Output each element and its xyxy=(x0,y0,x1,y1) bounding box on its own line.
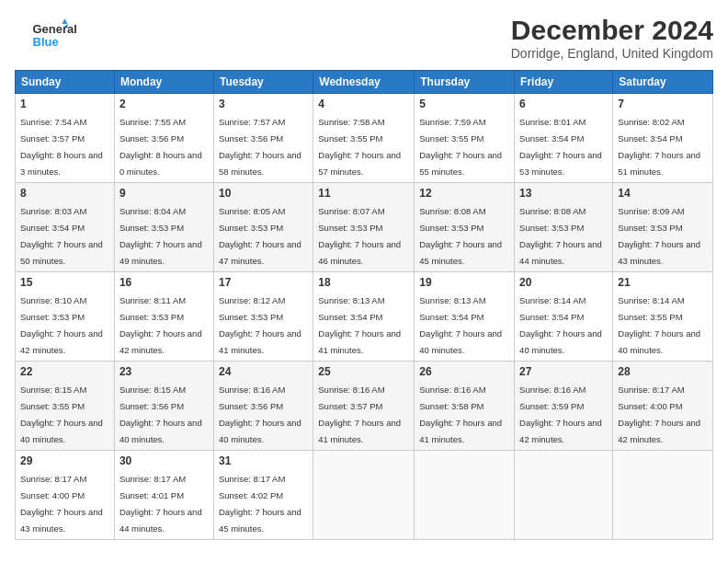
title-block: December 2024 Dorridge, England, United … xyxy=(511,15,713,61)
day-number: 23 xyxy=(119,365,209,378)
day-info: Sunrise: 8:04 AMSunset: 3:53 PMDaylight:… xyxy=(119,206,202,266)
day-info: Sunrise: 8:10 AMSunset: 3:53 PMDaylight:… xyxy=(20,295,103,355)
calendar-week-row: 15 Sunrise: 8:10 AMSunset: 3:53 PMDaylig… xyxy=(16,272,713,362)
day-info: Sunrise: 7:55 AMSunset: 3:56 PMDaylight:… xyxy=(119,117,202,177)
day-number: 8 xyxy=(20,187,109,200)
svg-marker-2 xyxy=(63,18,68,24)
day-info: Sunrise: 8:15 AMSunset: 3:55 PMDaylight:… xyxy=(20,385,103,444)
calendar-cell xyxy=(515,451,613,540)
calendar-cell: 23 Sunrise: 8:15 AMSunset: 3:56 PMDaylig… xyxy=(114,362,213,451)
day-info: Sunrise: 8:16 AMSunset: 3:59 PMDaylight:… xyxy=(519,385,602,444)
day-number: 4 xyxy=(318,98,409,110)
calendar-header-row: Sunday Monday Tuesday Wednesday Thursday… xyxy=(16,71,713,94)
day-info: Sunrise: 7:57 AMSunset: 3:56 PMDaylight:… xyxy=(219,117,301,177)
day-info: Sunrise: 8:01 AMSunset: 3:54 PMDaylight:… xyxy=(519,117,602,177)
calendar-cell: 21 Sunrise: 8:14 AMSunset: 3:55 PMDaylig… xyxy=(613,272,713,362)
col-thursday: Thursday xyxy=(415,71,515,94)
calendar-week-row: 8 Sunrise: 8:03 AMSunset: 3:54 PMDayligh… xyxy=(16,183,713,272)
day-info: Sunrise: 8:11 AMSunset: 3:53 PMDaylight:… xyxy=(119,295,202,355)
calendar-cell: 17 Sunrise: 8:12 AMSunset: 3:53 PMDaylig… xyxy=(213,272,313,362)
day-number: 30 xyxy=(119,454,209,467)
day-info: Sunrise: 7:58 AMSunset: 3:55 PMDaylight:… xyxy=(318,117,401,177)
day-number: 12 xyxy=(419,187,509,200)
calendar-cell: 11 Sunrise: 8:07 AMSunset: 3:53 PMDaylig… xyxy=(313,183,415,272)
day-info: Sunrise: 8:14 AMSunset: 3:54 PMDaylight:… xyxy=(519,295,602,355)
calendar-cell: 6 Sunrise: 8:01 AMSunset: 3:54 PMDayligh… xyxy=(515,94,613,183)
calendar-cell: 30 Sunrise: 8:17 AMSunset: 4:01 PMDaylig… xyxy=(114,451,213,540)
day-number: 24 xyxy=(219,365,308,378)
day-info: Sunrise: 8:15 AMSunset: 3:56 PMDaylight:… xyxy=(119,385,202,444)
day-info: Sunrise: 8:05 AMSunset: 3:53 PMDaylight:… xyxy=(219,206,301,266)
day-info: Sunrise: 8:16 AMSunset: 3:58 PMDaylight:… xyxy=(419,385,502,444)
day-number: 25 xyxy=(318,365,409,378)
day-info: Sunrise: 8:17 AMSunset: 4:01 PMDaylight:… xyxy=(119,474,202,534)
calendar-cell: 19 Sunrise: 8:13 AMSunset: 3:54 PMDaylig… xyxy=(415,272,515,362)
calendar-cell: 7 Sunrise: 8:02 AMSunset: 3:54 PMDayligh… xyxy=(613,94,713,183)
day-info: Sunrise: 8:14 AMSunset: 3:55 PMDaylight:… xyxy=(618,295,700,355)
day-info: Sunrise: 8:16 AMSunset: 3:57 PMDaylight:… xyxy=(318,385,401,444)
calendar-cell: 26 Sunrise: 8:16 AMSunset: 3:58 PMDaylig… xyxy=(415,362,515,451)
day-number: 16 xyxy=(119,276,209,289)
day-number: 17 xyxy=(219,276,308,289)
calendar-cell xyxy=(415,451,515,540)
day-info: Sunrise: 8:17 AMSunset: 4:00 PMDaylight:… xyxy=(20,474,103,534)
col-friday: Friday xyxy=(515,71,613,94)
day-number: 28 xyxy=(618,365,708,378)
calendar-cell: 24 Sunrise: 8:16 AMSunset: 3:56 PMDaylig… xyxy=(213,362,313,451)
day-info: Sunrise: 8:07 AMSunset: 3:53 PMDaylight:… xyxy=(318,206,401,266)
calendar-cell: 31 Sunrise: 8:17 AMSunset: 4:02 PMDaylig… xyxy=(213,451,313,540)
calendar-cell: 2 Sunrise: 7:55 AMSunset: 3:56 PMDayligh… xyxy=(114,94,213,183)
calendar-cell: 16 Sunrise: 8:11 AMSunset: 3:53 PMDaylig… xyxy=(114,272,213,362)
calendar-cell: 27 Sunrise: 8:16 AMSunset: 3:59 PMDaylig… xyxy=(515,362,613,451)
day-number: 1 xyxy=(20,98,109,110)
calendar-cell: 15 Sunrise: 8:10 AMSunset: 3:53 PMDaylig… xyxy=(16,272,115,362)
day-info: Sunrise: 8:09 AMSunset: 3:53 PMDaylight:… xyxy=(618,206,700,266)
calendar-cell: 3 Sunrise: 7:57 AMSunset: 3:56 PMDayligh… xyxy=(213,94,313,183)
calendar-cell: 10 Sunrise: 8:05 AMSunset: 3:53 PMDaylig… xyxy=(213,183,313,272)
day-info: Sunrise: 8:17 AMSunset: 4:00 PMDaylight:… xyxy=(618,385,700,444)
calendar-cell: 14 Sunrise: 8:09 AMSunset: 3:53 PMDaylig… xyxy=(613,183,713,272)
calendar-cell: 8 Sunrise: 8:03 AMSunset: 3:54 PMDayligh… xyxy=(16,183,115,272)
col-wednesday: Wednesday xyxy=(313,71,415,94)
month-title: December 2024 xyxy=(511,15,713,46)
svg-text:Blue: Blue xyxy=(33,35,59,49)
day-number: 5 xyxy=(419,98,509,110)
day-number: 10 xyxy=(219,187,308,200)
day-info: Sunrise: 7:54 AMSunset: 3:57 PMDaylight:… xyxy=(20,117,103,177)
location-subtitle: Dorridge, England, United Kingdom xyxy=(511,46,713,61)
day-number: 31 xyxy=(219,454,308,467)
calendar-cell: 20 Sunrise: 8:14 AMSunset: 3:54 PMDaylig… xyxy=(515,272,613,362)
day-number: 18 xyxy=(318,276,409,289)
calendar-week-row: 22 Sunrise: 8:15 AMSunset: 3:55 PMDaylig… xyxy=(16,362,713,451)
day-number: 29 xyxy=(20,454,109,467)
calendar-cell: 1 Sunrise: 7:54 AMSunset: 3:57 PMDayligh… xyxy=(16,94,115,183)
col-sunday: Sunday xyxy=(16,71,115,94)
day-info: Sunrise: 8:02 AMSunset: 3:54 PMDaylight:… xyxy=(618,117,700,177)
calendar-week-row: 29 Sunrise: 8:17 AMSunset: 4:00 PMDaylig… xyxy=(16,451,713,540)
day-number: 27 xyxy=(519,365,608,378)
calendar-cell xyxy=(613,451,713,540)
col-saturday: Saturday xyxy=(613,71,713,94)
day-info: Sunrise: 8:08 AMSunset: 3:53 PMDaylight:… xyxy=(419,206,502,266)
calendar-cell: 28 Sunrise: 8:17 AMSunset: 4:00 PMDaylig… xyxy=(613,362,713,451)
calendar-cell: 29 Sunrise: 8:17 AMSunset: 4:00 PMDaylig… xyxy=(16,451,115,540)
day-number: 21 xyxy=(618,276,708,289)
day-info: Sunrise: 7:59 AMSunset: 3:55 PMDaylight:… xyxy=(419,117,502,177)
day-info: Sunrise: 8:08 AMSunset: 3:53 PMDaylight:… xyxy=(519,206,602,266)
day-info: Sunrise: 8:17 AMSunset: 4:02 PMDaylight:… xyxy=(219,474,301,534)
day-number: 19 xyxy=(419,276,509,289)
day-number: 3 xyxy=(219,98,308,110)
calendar-cell: 12 Sunrise: 8:08 AMSunset: 3:53 PMDaylig… xyxy=(415,183,515,272)
day-number: 2 xyxy=(119,98,209,110)
calendar-cell: 13 Sunrise: 8:08 AMSunset: 3:53 PMDaylig… xyxy=(515,183,613,272)
calendar-cell: 18 Sunrise: 8:13 AMSunset: 3:54 PMDaylig… xyxy=(313,272,415,362)
day-info: Sunrise: 8:03 AMSunset: 3:54 PMDaylight:… xyxy=(20,206,103,266)
calendar-cell: 25 Sunrise: 8:16 AMSunset: 3:57 PMDaylig… xyxy=(313,362,415,451)
day-number: 22 xyxy=(20,365,109,378)
page: General Blue December 2024 Dorridge, Eng… xyxy=(0,0,728,563)
day-number: 9 xyxy=(119,187,209,200)
calendar-table: Sunday Monday Tuesday Wednesday Thursday… xyxy=(15,70,713,540)
svg-text:General: General xyxy=(33,22,77,36)
calendar-cell: 9 Sunrise: 8:04 AMSunset: 3:53 PMDayligh… xyxy=(114,183,213,272)
calendar-cell: 5 Sunrise: 7:59 AMSunset: 3:55 PMDayligh… xyxy=(415,94,515,183)
